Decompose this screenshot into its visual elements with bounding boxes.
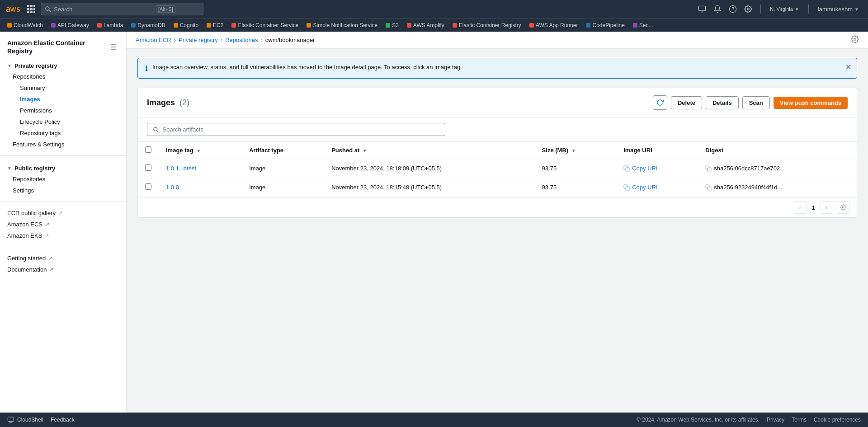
bookmark-lambda[interactable]: Lambda	[94, 21, 127, 29]
sidebar-collapse-button[interactable]	[108, 42, 119, 52]
public-registry-section[interactable]: ▼ Public registry	[0, 161, 126, 174]
digest-value-2: sha256:92324940f44f1d...	[714, 184, 782, 191]
bookmark-label: EC2	[213, 22, 223, 28]
table-settings-button[interactable]	[837, 201, 849, 214]
sort-arrow: ▼	[196, 148, 201, 153]
row-2-checkbox[interactable]	[145, 183, 151, 190]
svg-rect-8	[33, 11, 35, 13]
search-bar[interactable]: [Alt+S]	[41, 3, 203, 15]
view-push-commands-button[interactable]: View push commands	[774, 97, 848, 109]
sidebar-item-lifecycle-policy[interactable]: Lifecycle Policy	[0, 116, 126, 127]
bookmark-app-runner[interactable]: AWS App Runner	[526, 21, 582, 29]
bookmark-cloudwatch[interactable]: CloudWatch	[4, 21, 47, 29]
pagination-next[interactable]: ›	[821, 201, 833, 214]
col-size[interactable]: Size (MB) ▼	[535, 142, 617, 159]
sidebar-documentation[interactable]: Documentation ↗	[0, 264, 126, 275]
row-1-artifact-type: Image	[242, 159, 324, 178]
sidebar-item-images[interactable]: Images	[0, 94, 126, 105]
feedback-button[interactable]: Feedback	[51, 417, 75, 423]
grid-menu-icon[interactable]	[25, 3, 37, 15]
bookmark-amplify[interactable]: AWS Amplify	[403, 21, 448, 29]
details-button[interactable]: Details	[706, 96, 739, 109]
row-2-tag[interactable]: 1.0.0	[166, 184, 179, 191]
sidebar-ecr-gallery[interactable]: ECR public gallery ↗	[0, 207, 126, 219]
private-registry-section[interactable]: ▼ Private registry	[0, 59, 126, 71]
sidebar-getting-started[interactable]: Getting started ↗	[0, 253, 126, 264]
bookmark-cognito[interactable]: Cognito	[170, 21, 202, 29]
region-selector[interactable]: N. Virginia ▼	[766, 5, 802, 14]
account-selector[interactable]: iammukeshm ▼	[814, 4, 863, 14]
svg-rect-25	[626, 187, 629, 190]
help-icon[interactable]	[726, 2, 740, 16]
breadcrumb-settings-icon[interactable]	[851, 35, 859, 45]
codepipeline-dot	[586, 23, 590, 28]
account-name: iammukeshm	[818, 6, 853, 13]
info-banner-close-button[interactable]: ✕	[845, 63, 851, 71]
sidebar-amazon-ecs[interactable]: Amazon ECS ↗	[0, 219, 126, 230]
row-1-checkbox[interactable]	[145, 164, 151, 171]
scan-button[interactable]: Scan	[742, 96, 770, 109]
bookmark-sns[interactable]: Simple Notification Service	[303, 21, 381, 29]
row-2-copy-uri[interactable]: Copy URI	[623, 184, 691, 191]
sidebar-item-public-settings[interactable]: Settings	[0, 185, 126, 196]
breadcrumb-repositories[interactable]: Repositories	[225, 37, 258, 43]
pagination-prev[interactable]: ‹	[794, 201, 807, 214]
breadcrumb-sep-2: ›	[221, 37, 222, 43]
svg-rect-5	[33, 8, 35, 10]
bookmark-label: CloudWatch	[14, 22, 43, 28]
sidebar-item-repositories[interactable]: Repositories	[0, 71, 126, 82]
sidebar-divider-2	[0, 202, 126, 202]
cloudshell-button[interactable]: CloudShell	[7, 416, 43, 423]
col-digest: Digest	[698, 142, 857, 159]
region-name: N. Virginia	[770, 6, 793, 12]
svg-rect-23	[626, 168, 629, 171]
search-artifacts-input[interactable]	[163, 126, 439, 133]
svg-point-14	[730, 6, 736, 13]
panel-count: (2)	[179, 98, 189, 108]
col-image-tag[interactable]: Image tag ▼	[159, 142, 242, 159]
bookmark-ecs[interactable]: Elastic Container Service	[228, 21, 302, 29]
sidebar-item-features-settings[interactable]: Features & Settings	[0, 139, 126, 150]
sidebar-amazon-eks[interactable]: Amazon EKS ↗	[0, 230, 126, 241]
breadcrumb-sep-3: ›	[260, 37, 262, 43]
bookmark-ec2[interactable]: EC2	[203, 21, 227, 29]
copy-uri-label: Copy URI	[632, 165, 657, 172]
breadcrumb-ecr[interactable]: Amazon ECR	[136, 37, 171, 43]
select-all-checkbox[interactable]	[145, 146, 151, 153]
bookmark-ecr[interactable]: Elastic Container Registry	[449, 21, 525, 29]
cloud-icon[interactable]	[695, 2, 709, 16]
footer-cookie-preferences[interactable]: Cookie preferences	[814, 417, 861, 423]
bookmark-codepipeline[interactable]: CodePipeline	[582, 21, 628, 29]
footer: CloudShell Feedback © 2024, Amazon Web S…	[0, 413, 868, 427]
bookmark-api-gateway[interactable]: API Gateway	[47, 21, 93, 29]
row-2-size: 93.75	[535, 178, 617, 197]
sidebar-item-public-repos[interactable]: Repositories	[0, 174, 126, 185]
row-1-copy-uri[interactable]: Copy URI	[623, 165, 691, 172]
sidebar-item-summary[interactable]: Summary	[0, 82, 126, 94]
bookmarks-bar: CloudWatch API Gateway Lambda DynamoDB C…	[0, 18, 868, 32]
bookmark-label: Sec...	[639, 22, 653, 28]
breadcrumb-private-registry[interactable]: Private registry	[179, 37, 218, 43]
col-pushed-at[interactable]: Pushed at ▼	[324, 142, 534, 159]
bookmark-s3[interactable]: S3	[382, 21, 402, 29]
bookmark-dynamodb[interactable]: DynamoDB	[127, 21, 169, 29]
settings-icon[interactable]	[741, 2, 755, 16]
s3-dot	[386, 23, 390, 28]
aws-logo[interactable]	[5, 4, 22, 14]
svg-rect-24	[708, 168, 712, 171]
table-row: 1.0.0 Image November 23, 2024, 18:15:48 …	[138, 178, 857, 197]
refresh-button[interactable]	[653, 95, 667, 110]
svg-rect-7	[30, 11, 33, 13]
sidebar-item-permissions[interactable]: Permissions	[0, 105, 126, 116]
footer-privacy[interactable]: Privacy	[767, 417, 784, 423]
bell-icon[interactable]	[711, 2, 724, 16]
search-input[interactable]	[54, 6, 153, 13]
bookmark-sec[interactable]: Sec...	[629, 21, 657, 29]
sidebar-item-repository-tags[interactable]: Repository tags	[0, 127, 126, 139]
row-1-tag[interactable]: 1.0.1, latest	[166, 165, 196, 172]
row-1-pushed-at: November 23, 2024, 18:18:09 (UTC+05.5)	[324, 159, 534, 178]
delete-button[interactable]: Delete	[671, 96, 702, 109]
external-link-icon-3: ↗	[45, 233, 49, 239]
dynamodb-dot	[131, 23, 136, 28]
footer-terms[interactable]: Terms	[792, 417, 807, 423]
